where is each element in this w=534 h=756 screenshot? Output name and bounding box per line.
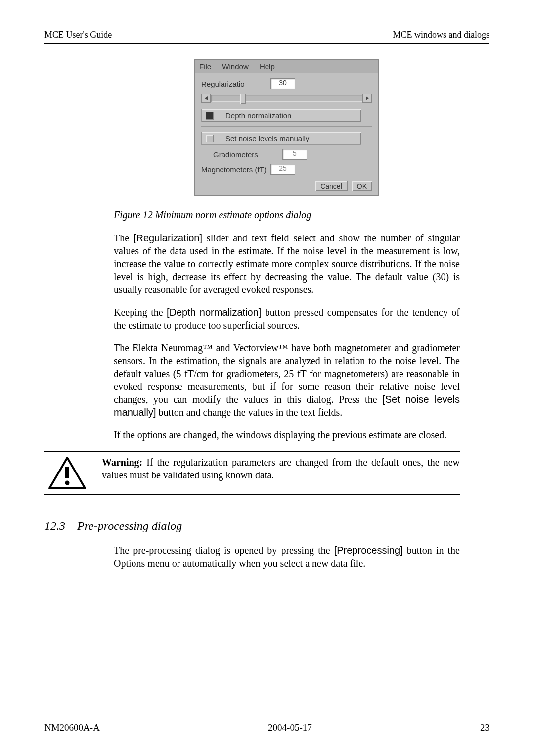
section-heading: 12.3 Pre-processing dialog: [44, 520, 460, 533]
paragraph-options-changed: If the options are changed, the windows …: [114, 428, 460, 441]
slider-right-arrow-icon[interactable]: [362, 94, 372, 103]
slider-thumb[interactable]: [240, 94, 246, 104]
page-footer: NM20600A-A 2004-05-17 23: [44, 722, 490, 733]
running-head-right: MCE windows and dialogs: [393, 30, 490, 40]
ui-regularization-ref: [Regularization]: [134, 233, 202, 243]
menu-file[interactable]: File: [199, 62, 211, 71]
set-noise-levels-label: Set noise levels manually: [225, 134, 309, 142]
set-noise-levels-toggle[interactable]: Set noise levels manually: [201, 132, 361, 145]
menu-window[interactable]: Window: [222, 62, 248, 71]
footer-right: 23: [480, 722, 490, 733]
cancel-button[interactable]: Cancel: [315, 181, 348, 191]
warning-icon: [44, 456, 102, 490]
paragraph-preprocessing: The pre-processing dialog is opened by p…: [114, 544, 460, 569]
svg-marker-0: [205, 96, 208, 100]
mne-options-dialog: File Window Help Regularizatio 30 Depth …: [194, 59, 379, 196]
depth-normalization-toggle[interactable]: Depth normalization: [201, 109, 361, 122]
depth-normalization-checkbox[interactable]: [206, 112, 214, 120]
running-head-left: MCE User's Guide: [44, 30, 112, 40]
menu-help[interactable]: Help: [260, 62, 275, 71]
section-number: 12.3: [44, 520, 65, 533]
magnetometers-input: 25: [270, 164, 295, 175]
paragraph-noise-levels: The Elekta Neuromag™ and Vectorview™ hav…: [114, 341, 460, 419]
gradiometers-label: Gradiometers: [213, 150, 282, 159]
slider-left-arrow-icon[interactable]: [201, 94, 211, 103]
ui-preprocessing-ref: [Preprocessing]: [334, 545, 403, 556]
paragraph-regularization: The [Regularization] slider and text fie…: [114, 232, 460, 296]
set-noise-levels-checkbox[interactable]: [206, 135, 214, 142]
footer-center: 2004-05-17: [268, 722, 312, 733]
menubar: File Window Help: [195, 60, 378, 73]
footer-left: NM20600A-A: [44, 722, 100, 733]
svg-point-4: [65, 481, 70, 485]
ok-button[interactable]: OK: [352, 181, 372, 191]
svg-rect-3: [65, 467, 69, 478]
paragraph-depth-normalization: Keeping the [Depth normalization] button…: [114, 306, 460, 331]
depth-normalization-label: Depth normalization: [225, 111, 291, 120]
slider-track[interactable]: [211, 95, 362, 102]
regularization-label: Regularizatio: [201, 80, 270, 88]
svg-marker-1: [366, 96, 369, 100]
magnetometers-label: Magnetometers (fT): [201, 165, 270, 174]
regularization-slider[interactable]: [201, 93, 372, 104]
warning-block: Warning: If the regularization parameter…: [44, 451, 460, 495]
regularization-input[interactable]: 30: [270, 78, 295, 89]
gradiometers-input: 5: [282, 149, 307, 160]
figure-caption: Figure 12 Minimum norm estimate options …: [114, 209, 460, 221]
warning-text: Warning: If the regularization parameter…: [102, 456, 460, 481]
ui-depth-normalization-ref: [Depth normalization]: [167, 307, 261, 318]
section-title: Pre-processing dialog: [77, 520, 182, 533]
separator: [201, 126, 372, 127]
